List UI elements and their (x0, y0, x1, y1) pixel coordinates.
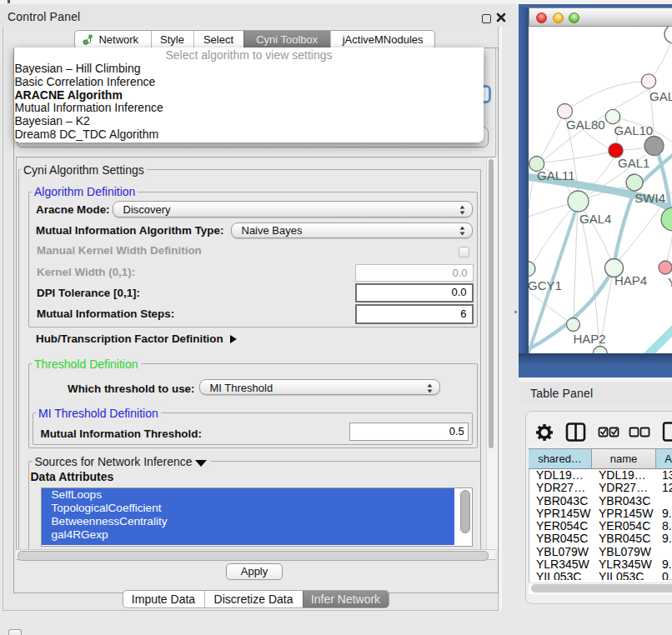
svg-text:HAP4: HAP4 (614, 273, 647, 288)
svg-text:HAP2: HAP2 (574, 332, 606, 346)
svg-text:SWI4: SWI4 (634, 191, 665, 205)
svg-text:GAL4: GAL4 (579, 212, 611, 226)
svg-text:GAL7: GAL7 (649, 89, 672, 103)
svg-text:GAL10: GAL10 (614, 123, 654, 138)
svg-text:GAL1: GAL1 (618, 156, 649, 170)
svg-text:GAL11: GAL11 (537, 168, 575, 182)
svg-text:YEL: YEL (668, 275, 672, 289)
svg-text:GAL80: GAL80 (566, 118, 605, 132)
svg-text:GCY1: GCY1 (529, 278, 562, 292)
